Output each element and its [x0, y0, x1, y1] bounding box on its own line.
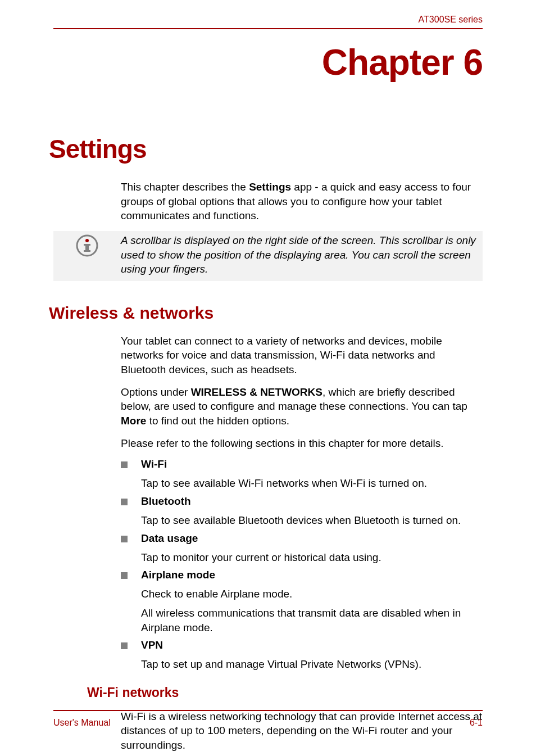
header-series: AT300SE series: [419, 15, 483, 24]
chapter-title: Chapter 6: [53, 42, 483, 83]
section1-para1: Your tablet can connect to a variety of …: [121, 334, 483, 377]
list-label: Data usage: [141, 532, 483, 545]
list-label: Bluetooth: [141, 495, 483, 508]
bullet-icon: [121, 572, 128, 579]
list-desc: Tap to monitor your current or historica…: [141, 550, 483, 565]
section-wireless-title: Wireless & networks: [49, 304, 483, 323]
list-desc: All wireless communications that transmi…: [141, 606, 483, 635]
intro-paragraph: This chapter describes the Settings app …: [121, 180, 483, 223]
section1-para2: Options under WIRELESS & NETWORKS, which…: [121, 385, 483, 428]
footer-left: User's Manual: [53, 718, 111, 728]
list-desc: Tap to see available Bluetooth devices w…: [141, 513, 483, 528]
list-desc: Tap to set up and manage Virtual Private…: [141, 657, 483, 672]
svg-rect-3: [84, 244, 90, 246]
list-label: Airplane mode: [141, 569, 483, 581]
list-item-airplane: Airplane mode: [121, 569, 483, 585]
list-desc: Tap to see available Wi-Fi networks when…: [141, 476, 483, 491]
note-text: A scrollbar is displayed on the right si…: [121, 231, 483, 281]
list-label: Wi-Fi: [141, 458, 483, 470]
list-item-vpn: VPN: [121, 639, 483, 655]
svg-rect-4: [84, 250, 90, 252]
section1-para3: Please refer to the following sections i…: [121, 436, 483, 451]
footer-right: 6-1: [470, 718, 483, 728]
bullet-icon: [121, 499, 128, 505]
subsection-wifi-networks: Wi-Fi networks: [87, 685, 483, 700]
info-icon: [53, 231, 121, 257]
bullet-icon: [121, 461, 128, 468]
list-item-data-usage: Data usage: [121, 532, 483, 548]
list-item-wifi: Wi-Fi: [121, 458, 483, 474]
bullet-icon: [121, 642, 128, 649]
bullet-icon: [121, 536, 128, 542]
list-desc: Check to enable Airplane mode.: [141, 587, 483, 601]
svg-point-1: [85, 239, 89, 242]
list-item-bluetooth: Bluetooth: [121, 495, 483, 511]
list-label: VPN: [141, 639, 483, 651]
chapter-name: Settings: [49, 134, 483, 164]
note-box: A scrollbar is displayed on the right si…: [53, 231, 483, 281]
